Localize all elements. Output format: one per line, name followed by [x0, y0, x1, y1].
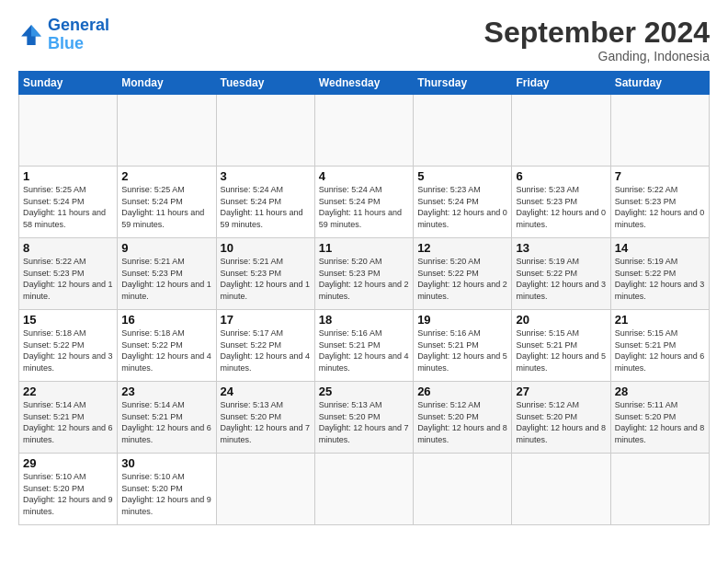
- day-number: 18: [319, 313, 409, 327]
- day-info: Sunrise: 5:14 AMSunset: 5:21 PMDaylight:…: [121, 399, 211, 445]
- table-cell: 11Sunrise: 5:20 AMSunset: 5:23 PMDayligh…: [314, 238, 413, 310]
- header-row: Sunday Monday Tuesday Wednesday Thursday…: [19, 72, 710, 95]
- day-info: Sunrise: 5:13 AMSunset: 5:20 PMDaylight:…: [221, 399, 311, 445]
- table-cell: [216, 95, 314, 167]
- col-monday: Monday: [118, 72, 216, 95]
- day-number: 7: [615, 169, 705, 183]
- day-info: Sunrise: 5:11 AMSunset: 5:20 PMDaylight:…: [615, 399, 705, 445]
- table-cell: 16Sunrise: 5:18 AMSunset: 5:22 PMDayligh…: [118, 310, 216, 382]
- table-cell: 18Sunrise: 5:16 AMSunset: 5:21 PMDayligh…: [314, 310, 413, 382]
- day-number: 28: [615, 385, 705, 398]
- table-cell: 7Sunrise: 5:22 AMSunset: 5:23 PMDaylight…: [610, 167, 709, 238]
- day-number: 4: [319, 169, 409, 183]
- table-cell: 20Sunrise: 5:15 AMSunset: 5:21 PMDayligh…: [512, 310, 610, 382]
- day-number: 2: [121, 169, 211, 183]
- day-info: Sunrise: 5:16 AMSunset: 5:21 PMDaylight:…: [319, 327, 409, 373]
- table-cell: 2Sunrise: 5:25 AMSunset: 5:24 PMDaylight…: [118, 167, 216, 238]
- day-number: 5: [417, 169, 507, 183]
- table-cell: 23Sunrise: 5:14 AMSunset: 5:21 PMDayligh…: [118, 382, 216, 454]
- day-info: Sunrise: 5:23 AMSunset: 5:23 PMDaylight:…: [516, 184, 606, 230]
- day-number: 8: [23, 241, 113, 255]
- day-info: Sunrise: 5:25 AMSunset: 5:24 PMDaylight:…: [121, 184, 211, 230]
- table-cell: 27Sunrise: 5:12 AMSunset: 5:20 PMDayligh…: [512, 382, 610, 454]
- table-cell: 30Sunrise: 5:10 AMSunset: 5:20 PMDayligh…: [118, 454, 216, 525]
- col-tuesday: Tuesday: [216, 72, 314, 95]
- day-info: Sunrise: 5:22 AMSunset: 5:23 PMDaylight:…: [615, 184, 705, 230]
- table-cell: 8Sunrise: 5:22 AMSunset: 5:23 PMDaylight…: [19, 238, 118, 310]
- day-info: Sunrise: 5:24 AMSunset: 5:24 PMDaylight:…: [319, 184, 409, 230]
- table-row: 1Sunrise: 5:25 AMSunset: 5:24 PMDaylight…: [19, 167, 710, 238]
- day-number: 26: [417, 385, 507, 398]
- day-number: 12: [417, 241, 507, 255]
- table-row: [19, 95, 710, 167]
- day-number: 30: [121, 456, 211, 470]
- col-sunday: Sunday: [19, 72, 118, 95]
- table-row: 15Sunrise: 5:18 AMSunset: 5:22 PMDayligh…: [19, 310, 710, 382]
- day-number: 27: [516, 385, 606, 398]
- logo: General Blue: [18, 17, 109, 53]
- day-info: Sunrise: 5:25 AMSunset: 5:24 PMDaylight:…: [23, 184, 113, 230]
- day-number: 22: [23, 385, 113, 398]
- table-cell: 29Sunrise: 5:10 AMSunset: 5:20 PMDayligh…: [19, 454, 118, 525]
- table-cell: 19Sunrise: 5:16 AMSunset: 5:21 PMDayligh…: [414, 310, 512, 382]
- day-info: Sunrise: 5:20 AMSunset: 5:22 PMDaylight:…: [417, 256, 507, 302]
- table-cell: 13Sunrise: 5:19 AMSunset: 5:22 PMDayligh…: [512, 238, 610, 310]
- col-thursday: Thursday: [414, 72, 512, 95]
- day-number: 3: [221, 169, 311, 183]
- table-cell: 17Sunrise: 5:17 AMSunset: 5:22 PMDayligh…: [216, 310, 314, 382]
- day-number: 14: [615, 241, 705, 255]
- table-cell: [610, 95, 709, 167]
- day-info: Sunrise: 5:17 AMSunset: 5:22 PMDaylight:…: [221, 327, 311, 373]
- calendar-table: Sunday Monday Tuesday Wednesday Thursday…: [18, 71, 710, 525]
- day-number: 9: [121, 241, 211, 255]
- table-cell: [414, 95, 512, 167]
- day-info: Sunrise: 5:15 AMSunset: 5:21 PMDaylight:…: [516, 327, 606, 373]
- table-cell: 5Sunrise: 5:23 AMSunset: 5:24 PMDaylight…: [414, 167, 512, 238]
- day-info: Sunrise: 5:15 AMSunset: 5:21 PMDaylight:…: [615, 327, 705, 373]
- day-info: Sunrise: 5:13 AMSunset: 5:20 PMDaylight:…: [319, 399, 409, 445]
- table-cell: 3Sunrise: 5:24 AMSunset: 5:24 PMDaylight…: [216, 167, 314, 238]
- day-info: Sunrise: 5:24 AMSunset: 5:24 PMDaylight:…: [221, 184, 311, 230]
- table-cell: [314, 454, 413, 525]
- header: General Blue September 2024 Ganding, Ind…: [18, 17, 710, 63]
- table-cell: [19, 95, 118, 167]
- month-title: September 2024: [484, 17, 710, 49]
- col-wednesday: Wednesday: [314, 72, 413, 95]
- day-number: 6: [516, 169, 606, 183]
- day-number: 25: [319, 385, 409, 398]
- day-info: Sunrise: 5:10 AMSunset: 5:20 PMDaylight:…: [121, 471, 211, 517]
- table-cell: [610, 454, 709, 525]
- day-number: 1: [23, 169, 113, 183]
- col-saturday: Saturday: [610, 72, 709, 95]
- table-cell: 6Sunrise: 5:23 AMSunset: 5:23 PMDaylight…: [512, 167, 610, 238]
- day-info: Sunrise: 5:19 AMSunset: 5:22 PMDaylight:…: [615, 256, 705, 302]
- table-cell: 14Sunrise: 5:19 AMSunset: 5:22 PMDayligh…: [610, 238, 709, 310]
- day-number: 10: [221, 241, 311, 255]
- table-cell: 9Sunrise: 5:21 AMSunset: 5:23 PMDaylight…: [118, 238, 216, 310]
- table-cell: [512, 95, 610, 167]
- day-info: Sunrise: 5:21 AMSunset: 5:23 PMDaylight:…: [121, 256, 211, 302]
- day-info: Sunrise: 5:23 AMSunset: 5:24 PMDaylight:…: [417, 184, 507, 230]
- day-info: Sunrise: 5:20 AMSunset: 5:23 PMDaylight:…: [319, 256, 409, 302]
- day-number: 20: [516, 313, 606, 327]
- table-cell: 24Sunrise: 5:13 AMSunset: 5:20 PMDayligh…: [216, 382, 314, 454]
- location: Ganding, Indonesia: [484, 49, 710, 63]
- table-row: 22Sunrise: 5:14 AMSunset: 5:21 PMDayligh…: [19, 382, 710, 454]
- table-cell: [216, 454, 314, 525]
- table-cell: 21Sunrise: 5:15 AMSunset: 5:21 PMDayligh…: [610, 310, 709, 382]
- day-number: 24: [221, 385, 311, 398]
- title-area: September 2024 Ganding, Indonesia: [484, 17, 710, 63]
- day-number: 17: [221, 313, 311, 327]
- day-info: Sunrise: 5:18 AMSunset: 5:22 PMDaylight:…: [121, 327, 211, 373]
- day-info: Sunrise: 5:19 AMSunset: 5:22 PMDaylight:…: [516, 256, 606, 302]
- day-number: 13: [516, 241, 606, 255]
- day-info: Sunrise: 5:22 AMSunset: 5:23 PMDaylight:…: [23, 256, 113, 302]
- table-cell: 10Sunrise: 5:21 AMSunset: 5:23 PMDayligh…: [216, 238, 314, 310]
- day-number: 29: [23, 456, 113, 470]
- table-row: 29Sunrise: 5:10 AMSunset: 5:20 PMDayligh…: [19, 454, 710, 525]
- table-cell: 28Sunrise: 5:11 AMSunset: 5:20 PMDayligh…: [610, 382, 709, 454]
- day-number: 16: [121, 313, 211, 327]
- day-number: 15: [23, 313, 113, 327]
- table-cell: 12Sunrise: 5:20 AMSunset: 5:22 PMDayligh…: [414, 238, 512, 310]
- table-cell: 25Sunrise: 5:13 AMSunset: 5:20 PMDayligh…: [314, 382, 413, 454]
